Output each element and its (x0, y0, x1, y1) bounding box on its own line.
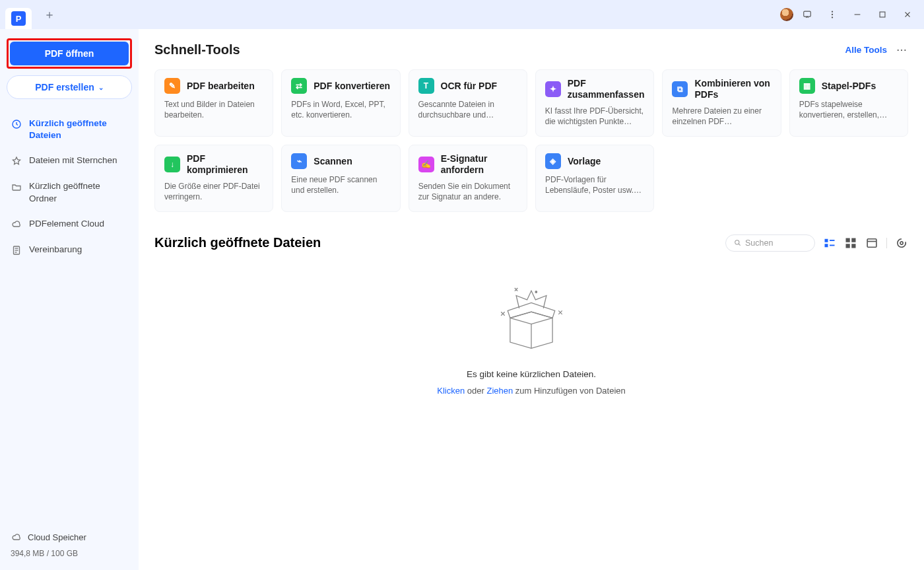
tool-card[interactable]: ✎PDF bearbeitenText und Bilder in Dateie… (154, 69, 273, 137)
tool-description: PDF-Vorlagen für Lebensläufe, Poster usw… (545, 174, 644, 196)
create-pdf-button[interactable]: PDF erstellen ⌄ (7, 75, 132, 99)
svg-point-1 (832, 11, 833, 12)
svg-line-14 (739, 244, 740, 246)
svg-rect-22 (851, 244, 855, 248)
tool-title: E-Signatur anfordern (441, 153, 517, 176)
nav-cloud[interactable]: PDFelement Cloud (7, 211, 132, 237)
tool-description: Eine neue PDF scannen und erstellen. (291, 174, 390, 196)
svg-rect-15 (825, 239, 828, 242)
tool-card[interactable]: ✦PDF zusammenfassenKI fasst Ihre PDF-Übe… (535, 69, 655, 137)
nav-label: Vereinbarung (29, 244, 82, 256)
tool-icon: ↓ (164, 157, 180, 172)
main-content: Schnell-Tools Alle Tools ⋯ ✎PDF bearbeit… (139, 29, 924, 570)
clock-icon (11, 118, 22, 130)
tool-card[interactable]: ⧉Kombinieren von PDFsMehrere Dateien zu … (662, 69, 781, 137)
tools-grid-row2: ↓PDF komprimierenDie Größe einer PDF-Dat… (154, 145, 908, 212)
search-input[interactable] (745, 238, 807, 248)
title-bar: P ＋ (0, 0, 924, 29)
tool-card[interactable]: ↓PDF komprimierenDie Größe einer PDF-Dat… (154, 145, 273, 212)
empty-box-icon (492, 285, 571, 357)
sidebar: PDF öffnen PDF erstellen ⌄ Kürzlich geöf… (0, 29, 139, 570)
tool-card[interactable]: ⇄PDF konvertierenPDFs in Word, Excel, PP… (281, 69, 400, 137)
tool-title: PDF zusammenfassen (568, 78, 645, 100)
tool-card[interactable]: ◈VorlagePDF-Vorlagen für Lebensläufe, Po… (535, 145, 654, 212)
nav-starred[interactable]: Dateien mit Sternchen (7, 148, 132, 174)
tool-icon: ⧉ (672, 81, 688, 97)
svg-rect-20 (851, 238, 855, 242)
tool-icon: T (418, 78, 434, 94)
tool-card[interactable]: TOCR für PDFGescannte Dateien in durchsu… (409, 69, 527, 137)
tool-description: KI fasst Ihre PDF-Übersicht, die wichtig… (545, 106, 645, 127)
tool-card[interactable]: ✍E-Signatur anfordernSenden Sie ein Doku… (409, 145, 527, 212)
svg-point-2 (832, 14, 833, 15)
svg-point-26 (535, 291, 537, 293)
storage-quota: 394,8 MB / 100 GB (7, 549, 132, 563)
svg-point-3 (832, 17, 833, 18)
app-logo-icon: P (11, 11, 26, 26)
menu-dots-icon[interactable] (821, 5, 843, 24)
folder-icon (11, 181, 22, 193)
new-tab-button[interactable]: ＋ (40, 5, 59, 24)
empty-title: Es gibt keine kürzlichen Dateien. (467, 369, 596, 379)
recent-files-heading: Kürzlich geöffnete Dateien (154, 235, 321, 250)
svg-rect-18 (830, 244, 835, 246)
refresh-icon[interactable] (895, 236, 908, 250)
nav-recent-folders[interactable]: Kürzlich geöffnete Ordner (7, 174, 132, 211)
click-link[interactable]: Klicken (437, 386, 465, 396)
cloud-icon (11, 219, 22, 231)
view-calendar-icon[interactable] (865, 236, 878, 250)
svg-rect-17 (830, 240, 835, 241)
chevron-down-icon: ⌄ (98, 84, 104, 91)
svg-rect-0 (804, 11, 811, 17)
divider (886, 238, 887, 248)
feedback-icon[interactable] (796, 5, 818, 24)
tool-title: PDF komprimieren (187, 153, 263, 176)
tool-description: Text und Bilder in Dateien bearbeiten. (164, 99, 263, 120)
maximize-button[interactable] (871, 5, 894, 24)
svg-point-25 (900, 242, 903, 244)
nav-label: Kürzlich geöffnete Ordner (29, 180, 128, 204)
nav-label: PDFelement Cloud (29, 218, 104, 230)
drag-link[interactable]: Ziehen (486, 386, 513, 396)
tools-grid-row1: ✎PDF bearbeitenText und Bilder in Dateie… (154, 69, 908, 137)
nav-label: Kürzlich geöffnete Dateien (29, 118, 128, 141)
tools-more-icon[interactable]: ⋯ (896, 44, 908, 56)
svg-rect-16 (825, 244, 828, 247)
tool-card[interactable]: ⌁ScannenEine neue PDF scannen und erstel… (281, 145, 400, 212)
close-button[interactable] (896, 5, 919, 24)
nav-agreement[interactable]: Vereinbarung (7, 237, 132, 263)
tool-description: PDFs stapelweise konvertieren, erstellen… (799, 99, 898, 120)
search-box[interactable] (725, 234, 815, 252)
tool-icon: ◈ (545, 153, 561, 169)
user-avatar[interactable] (780, 8, 793, 21)
svg-rect-23 (867, 239, 876, 248)
tool-icon: ✦ (545, 81, 561, 97)
tool-title: Scannen (314, 156, 352, 167)
app-tab[interactable]: P (5, 8, 32, 29)
all-tools-link[interactable]: Alle Tools (845, 45, 887, 55)
tool-description: Senden Sie ein Dokument zur Signatur an … (418, 181, 517, 202)
cloud-storage-link[interactable]: Cloud Speicher (7, 526, 132, 549)
minimize-button[interactable] (846, 5, 869, 24)
view-list-icon[interactable] (823, 236, 836, 250)
tool-icon: ⇄ (291, 78, 307, 94)
svg-point-13 (735, 240, 739, 244)
tool-icon: ▦ (799, 78, 815, 94)
tool-description: Mehrere Dateien zu einer einzelnen PDF z… (672, 106, 771, 127)
tool-card[interactable]: ▦Stapel-PDFsPDFs stapelweise konvertiere… (789, 69, 908, 137)
svg-rect-21 (846, 244, 850, 248)
nav-recent-files[interactable]: Kürzlich geöffnete Dateien (7, 111, 132, 148)
tool-description: Die Größe einer PDF-Datei verringern. (164, 181, 263, 202)
tool-title: Kombinieren von PDFs (694, 78, 771, 100)
tool-title: PDF bearbeiten (187, 81, 255, 92)
tool-icon: ⌁ (291, 153, 307, 169)
tool-icon: ✎ (164, 78, 180, 94)
tool-description: PDFs in Word, Excel, PPT, etc. konvertie… (291, 99, 390, 120)
tool-title: OCR für PDF (441, 81, 498, 92)
view-grid-icon[interactable] (844, 236, 857, 250)
nav-label: Dateien mit Sternchen (29, 155, 117, 166)
svg-rect-5 (880, 12, 885, 17)
cloud-icon (11, 532, 22, 544)
open-pdf-button[interactable]: PDF öffnen (10, 42, 129, 65)
empty-subtitle: Klicken oder Ziehen zum Hinzufügen von D… (437, 386, 625, 396)
